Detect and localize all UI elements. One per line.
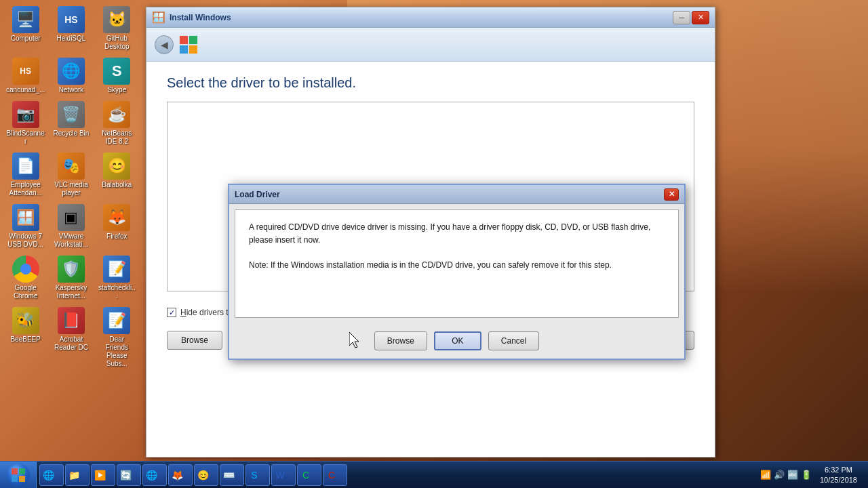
desktop-icon-dearfriends[interactable]: 📝 Dear Friends Please Subs... — [95, 304, 139, 371]
employee-icon: 📄 — [12, 152, 39, 180]
kbd-icon: ⌨️ — [223, 470, 234, 481]
dialog-message-1: A required CD/DVD drive device driver is… — [249, 221, 665, 247]
heidisql-label: HeidiSQL — [57, 35, 86, 43]
tray-volume-icon[interactable]: 🔊 — [774, 470, 785, 481]
clock-date: 10/25/2018 — [820, 475, 857, 485]
dialog-browse-button[interactable]: Browse — [374, 331, 427, 350]
desktop-icon-chrome[interactable]: Google Chrome — [3, 253, 47, 303]
heidisql-icon: HS — [58, 6, 85, 33]
desktop-icon-network[interactable]: 🌐 Network — [49, 55, 93, 97]
svg-rect-7 — [12, 476, 18, 482]
taskbar-item-red[interactable]: C — [323, 464, 347, 486]
taskbar-item-explorer[interactable]: 📁 — [65, 464, 90, 486]
tray-battery-icon[interactable]: 🔋 — [801, 470, 812, 481]
vlc-label: VLC media player — [52, 181, 90, 197]
taskbar-items: 🌐 📁 ▶️ 🔄 🌐 🦊 😊 ⌨️ — [37, 462, 755, 488]
explorer-icon: 📁 — [68, 470, 79, 481]
taskbar-item-firefox-tb[interactable]: 🦊 — [168, 464, 193, 486]
chrome-label: Google Chrome — [6, 284, 45, 300]
desktop-icon-firefox[interactable]: 🦊 Firefox — [95, 201, 139, 251]
taskbar: 🌐 📁 ▶️ 🔄 🌐 🦊 😊 ⌨️ — [0, 461, 868, 488]
network-label: Network — [59, 86, 84, 94]
vlc-icon: 🎭 — [58, 152, 85, 180]
skype-icon: S — [103, 58, 130, 85]
vmware-label: VMware Workstati... — [52, 232, 90, 249]
employee-label: Employee Attendan... — [6, 181, 45, 197]
taskbar-item-kbd[interactable]: ⌨️ — [220, 464, 244, 486]
icon-row-3: 📷 BlindScanner 🗑️ Recycle Bin ☕ NetBeans… — [3, 98, 139, 148]
win7usb-icon: 🪟 — [12, 204, 39, 231]
desktop-icon-recycle[interactable]: 🗑️ Recycle Bin — [49, 98, 93, 148]
taskbar-clock[interactable]: 6:32 PM 10/25/2018 — [814, 465, 863, 485]
desktop-icon-skype[interactable]: S Skype — [95, 55, 139, 97]
word-icon: W — [275, 470, 285, 481]
staffcheck-label: staffcheckli... — [98, 284, 136, 300]
network-icon: 🌐 — [58, 58, 85, 85]
desktop-icon-blindscanner[interactable]: 📷 BlindScanner — [3, 98, 47, 148]
blindscanner-icon: 📷 — [12, 101, 39, 128]
taskbar-item-ie[interactable]: 🌐 — [39, 464, 64, 486]
dialog-close-button[interactable]: ✕ — [664, 188, 679, 201]
desktop-icon-staffcheck[interactable]: 📝 staffcheckli... — [95, 253, 139, 303]
desktop-icon-balabolka[interactable]: 😊 Balabolka — [95, 150, 139, 200]
taskbar-item-word[interactable]: W — [271, 464, 296, 486]
cancunad-label: cancunad_... — [6, 86, 45, 94]
tray-keyboard-icon[interactable]: 🔤 — [787, 470, 798, 481]
taskbar-item-skype-tb[interactable]: S — [245, 464, 270, 486]
desktop-icon-cancunad[interactable]: HS cancunad_... — [3, 55, 47, 97]
tray-network-icon[interactable]: 📶 — [760, 470, 771, 481]
desktop-icon-acrobat[interactable]: 📕 Acrobat Reader DC — [49, 304, 93, 371]
blindscanner-label: BlindScanner — [6, 129, 45, 146]
desktop-icon-computer[interactable]: 🖥️ Computer — [3, 3, 47, 54]
firefox-icon: 🦊 — [103, 204, 130, 231]
github-icon: 🐱 — [103, 6, 130, 33]
netbeans-icon: ☕ — [103, 101, 130, 128]
desktop-icons: 🖥️ Computer HS HeidiSQL 🐱 GitHub Desktop… — [3, 3, 139, 371]
firefox-label: Firefox — [106, 232, 127, 241]
desktop-icon-github[interactable]: 🐱 GitHub Desktop — [95, 3, 139, 54]
desktop-icon-heidisql[interactable]: HS HeidiSQL — [49, 3, 93, 54]
green-icon: C — [300, 470, 311, 481]
load-driver-dialog: Load Driver ✕ A required CD/DVD drive de… — [228, 184, 686, 360]
red-icon: C — [326, 470, 337, 481]
desktop: 🖥️ Computer HS HeidiSQL 🐱 GitHub Desktop… — [0, 0, 868, 488]
desktop-icon-vlc[interactable]: 🎭 VLC media player — [49, 150, 93, 200]
dialog-footer: Browse OK Cancel — [229, 323, 684, 359]
computer-label: Computer — [11, 35, 41, 43]
desktop-icon-netbeans[interactable]: ☕ NetBeans IDE 8.2 — [95, 98, 139, 148]
dialog-content: A required CD/DVD drive device driver is… — [235, 209, 679, 318]
chrome-icon — [12, 256, 39, 283]
mediaplayer-icon: ▶️ — [94, 470, 105, 481]
start-button[interactable] — [0, 462, 37, 489]
ie-icon: 🌐 — [43, 470, 54, 481]
dialog-cancel-button[interactable]: Cancel — [488, 331, 539, 350]
dialog-ok-button[interactable]: OK — [434, 331, 481, 350]
win7usb-label: Windows 7 USB DVD... — [6, 232, 45, 249]
clock-time: 6:32 PM — [820, 465, 857, 474]
dialog-overlay: Load Driver ✕ A required CD/DVD drive de… — [146, 7, 715, 457]
desktop-icon-beebeep[interactable]: 🐝 BeeBEEP — [3, 304, 47, 371]
chrome-tb-icon: 🌐 — [146, 470, 157, 481]
extra1-icon: 🔄 — [120, 470, 131, 481]
desktop-icon-win7usb[interactable]: 🪟 Windows 7 USB DVD... — [3, 201, 47, 251]
acrobat-icon: 📕 — [58, 307, 85, 334]
install-windows-window: 🪟 Install Windows ─ ✕ ◀ Select the drive… — [146, 7, 715, 458]
svg-rect-5 — [12, 468, 18, 474]
taskbar-item-green[interactable]: C — [297, 464, 321, 486]
taskbar-item-emoji-tb[interactable]: 😊 — [194, 464, 218, 486]
staffcheck-icon: 📝 — [103, 256, 130, 283]
taskbar-item-extra1[interactable]: 🔄 — [117, 464, 141, 486]
balabolka-icon: 😊 — [103, 152, 130, 180]
github-label: GitHub Desktop — [98, 35, 136, 51]
taskbar-item-chrome-tb[interactable]: 🌐 — [142, 464, 167, 486]
svg-rect-6 — [19, 468, 25, 474]
skype-label: Skype — [107, 86, 126, 94]
taskbar-item-mediaplayer[interactable]: ▶️ — [91, 464, 115, 486]
desktop-icon-vmware[interactable]: ▣ VMware Workstati... — [49, 201, 93, 251]
computer-icon: 🖥️ — [12, 6, 39, 33]
balabolka-label: Balabolka — [102, 181, 132, 189]
desktop-icon-kaspersky[interactable]: 🛡️ Kaspersky Internet... — [49, 253, 93, 303]
netbeans-label: NetBeans IDE 8.2 — [98, 129, 136, 146]
desktop-icon-employee[interactable]: 📄 Employee Attendan... — [3, 150, 47, 200]
firefox-tb-icon: 🦊 — [172, 470, 182, 481]
